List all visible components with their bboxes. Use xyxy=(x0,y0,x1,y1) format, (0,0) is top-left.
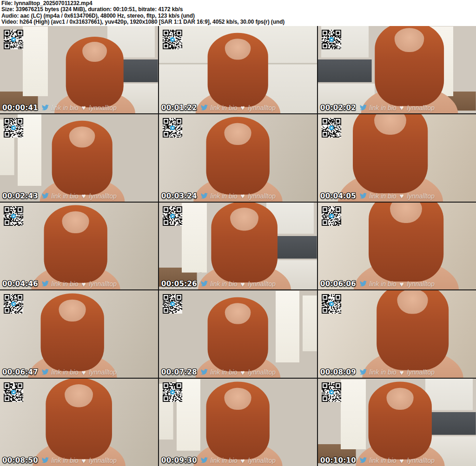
qr-code xyxy=(163,382,182,402)
qr-code xyxy=(322,382,341,402)
timestamp-label: 00:10:10 xyxy=(320,456,356,465)
video-thumbnail: link in bio ♥ lynnalltop 00:05:26 xyxy=(159,203,317,290)
video-thumbnail: link in bio ♥ lynnalltop 00:00:41 xyxy=(0,26,158,113)
watermark: link in bio ♥ lynnalltop xyxy=(41,280,116,288)
file-size-line: Size: 339676215 bytes (324 MiB), duratio… xyxy=(1,7,476,13)
video-thumbnail: link in bio ♥ lynnalltop 00:06:47 xyxy=(0,290,158,378)
timestamp-label: 00:07:28 xyxy=(161,368,197,376)
watermark: link in bio ♥ lynnalltop xyxy=(200,457,275,464)
timestamp-label: 00:09:30 xyxy=(161,456,197,465)
qr-code xyxy=(4,206,23,226)
figure-face xyxy=(225,38,251,59)
watermark: link in bio ♥ lynnalltop xyxy=(41,368,116,376)
watermark-link-text: link in bio xyxy=(51,457,78,464)
video-thumbnail: link in bio ♥ lynnalltop 00:03:24 xyxy=(159,114,317,202)
watermark-username: lynnalltop xyxy=(407,192,435,200)
person-figure xyxy=(32,379,126,466)
twitter-bird-icon xyxy=(359,281,367,287)
watermark-username: lynnalltop xyxy=(248,457,276,464)
qr-code xyxy=(322,294,341,314)
heart-icon: ♥ xyxy=(400,457,404,464)
thumbnail-grid: link in bio ♥ lynnalltop 00:00:41 link i… xyxy=(0,26,476,466)
qr-code xyxy=(163,118,182,138)
watermark-username: lynnalltop xyxy=(89,192,117,200)
watermark-username: lynnalltop xyxy=(407,104,435,112)
video-thumbnail: link in bio ♥ lynnalltop 00:09:30 xyxy=(159,379,317,466)
heart-icon: ♥ xyxy=(82,104,86,111)
watermark-username: lynnalltop xyxy=(248,280,276,288)
video-thumbnail: link in bio ♥ lynnalltop 00:02:02 xyxy=(318,26,476,113)
video-thumbnail: link in bio ♥ lynnalltop 00:08:09 xyxy=(318,290,476,378)
person-figure xyxy=(39,121,126,202)
person-figure xyxy=(337,114,444,202)
contact-sheet: File: lynnalltop_202507011232.mp4 Size: … xyxy=(0,0,476,466)
watermark-link-text: link in bio xyxy=(369,104,396,112)
person-figure xyxy=(193,381,283,466)
figure-face xyxy=(225,303,251,324)
twitter-bird-icon xyxy=(200,457,208,464)
video-thumbnail: link in bio ♥ lynnalltop 00:04:46 xyxy=(0,203,158,290)
figure-face xyxy=(65,384,93,407)
twitter-bird-icon xyxy=(41,457,49,464)
heart-icon: ♥ xyxy=(241,281,245,288)
watermark-link-text: link in bio xyxy=(51,368,78,376)
twitter-bird-icon xyxy=(41,281,49,287)
watermark-link-text: link in bio xyxy=(51,280,78,288)
twitter-bird-icon xyxy=(41,369,49,375)
watermark-username: lynnalltop xyxy=(248,192,276,200)
watermark-username: lynnalltop xyxy=(248,368,276,376)
heart-icon: ♥ xyxy=(400,281,404,288)
qr-code xyxy=(4,30,23,49)
watermark-username: lynnalltop xyxy=(248,104,276,112)
watermark: link in bio ♥ lynnalltop xyxy=(359,104,434,112)
watermark: link in bio ♥ lynnalltop xyxy=(200,368,275,376)
timestamp-label: 00:01:22 xyxy=(161,104,197,112)
video-thumbnail: link in bio ♥ lynnalltop 00:02:43 xyxy=(0,114,158,202)
watermark-link-text: link in bio xyxy=(369,280,396,288)
watermark: link in bio ♥ lynnalltop xyxy=(359,192,434,200)
figure-face xyxy=(82,42,107,62)
person-figure xyxy=(197,203,291,290)
watermark-username: lynnalltop xyxy=(407,280,435,288)
figure-face xyxy=(395,27,424,52)
watermark-username: lynnalltop xyxy=(89,280,117,288)
watermark-link-text: link in bio xyxy=(51,104,78,112)
watermark-username: lynnalltop xyxy=(89,457,117,464)
timestamp-label: 00:00:41 xyxy=(2,104,38,112)
file-name-line: File: lynnalltop_202507011232.mp4 xyxy=(1,0,476,7)
qr-code xyxy=(4,294,23,314)
heart-icon: ♥ xyxy=(241,457,245,464)
audio-info-line: Audio: aac (LC) (mp4a / 0x6134706D), 480… xyxy=(1,13,476,19)
timestamp-label: 00:04:05 xyxy=(320,192,356,200)
heart-icon: ♥ xyxy=(400,104,404,111)
watermark-link-text: link in bio xyxy=(210,280,237,288)
timestamp-label: 00:05:26 xyxy=(161,280,197,288)
watermark-link-text: link in bio xyxy=(210,192,237,200)
figure-face xyxy=(225,387,251,409)
watermark-link-text: link in bio xyxy=(369,192,396,200)
watermark-username: lynnalltop xyxy=(89,368,117,376)
twitter-bird-icon xyxy=(200,105,208,111)
twitter-bird-icon xyxy=(41,105,49,111)
watermark-username: lynnalltop xyxy=(407,457,435,464)
timestamp-label: 00:06:47 xyxy=(2,368,38,376)
qr-code xyxy=(163,206,182,226)
figure-face xyxy=(387,387,414,409)
watermark: link in bio ♥ lynnalltop xyxy=(41,457,116,464)
watermark-link-text: link in bio xyxy=(210,104,237,112)
video-thumbnail: link in bio ♥ lynnalltop 00:04:05 xyxy=(318,114,476,202)
heart-icon: ♥ xyxy=(82,369,86,376)
video-thumbnail: link in bio ♥ lynnalltop 00:08:50 xyxy=(0,379,158,466)
watermark-username: lynnalltop xyxy=(89,104,117,112)
qr-code xyxy=(322,118,341,138)
qr-code xyxy=(322,206,341,226)
video-info-line: Video: h264 (High) (avc1 / 0x31637661), … xyxy=(1,19,476,25)
watermark-link-text: link in bio xyxy=(210,457,237,464)
heart-icon: ♥ xyxy=(400,192,404,199)
person-figure xyxy=(355,381,445,466)
timestamp-label: 00:03:24 xyxy=(161,192,197,200)
qr-code xyxy=(4,118,23,138)
timestamp-label: 00:02:02 xyxy=(320,104,356,112)
figure-face xyxy=(230,208,258,230)
twitter-bird-icon xyxy=(359,457,367,464)
